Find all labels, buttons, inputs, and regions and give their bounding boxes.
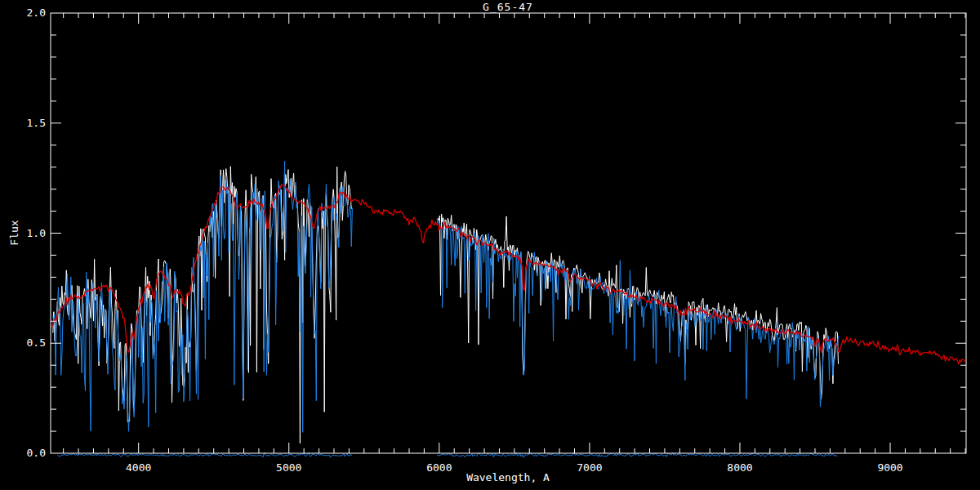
x-tick-label-4000: 4000 xyxy=(126,461,151,474)
series-observed-blue xyxy=(437,220,838,407)
plot-title: G_65-47 xyxy=(483,1,533,13)
y-axis-label: Flux xyxy=(8,220,20,245)
x-tick-label-8000: 8000 xyxy=(727,461,752,474)
y-tick-label-1.0: 1.0 xyxy=(27,227,46,239)
plot-frame xyxy=(51,13,966,453)
spectra-layer xyxy=(51,161,964,457)
x-tick-label-7000: 7000 xyxy=(577,461,602,474)
series-observed-white xyxy=(437,214,838,399)
x-tick-label-6000: 6000 xyxy=(426,461,452,474)
y-tick-label-0.0: 0.0 xyxy=(27,447,46,459)
y-tick-label-1.5: 1.5 xyxy=(27,117,46,129)
x-tick-label-5000: 5000 xyxy=(276,461,301,474)
x-tick-label-9000: 9000 xyxy=(877,461,902,474)
y-tick-label-2.0: 2.0 xyxy=(27,7,46,19)
spectrum-plot-window: 4000500060007000800090000.00.51.01.52.0 … xyxy=(0,0,980,490)
axes-layer: 4000500060007000800090000.00.51.01.52.0 xyxy=(27,7,966,474)
spectrum-chart: 4000500060007000800090000.00.51.01.52.0 … xyxy=(0,0,980,490)
y-tick-label-0.5: 0.5 xyxy=(27,336,46,349)
x-axis-label: Wavelength, A xyxy=(466,471,550,483)
